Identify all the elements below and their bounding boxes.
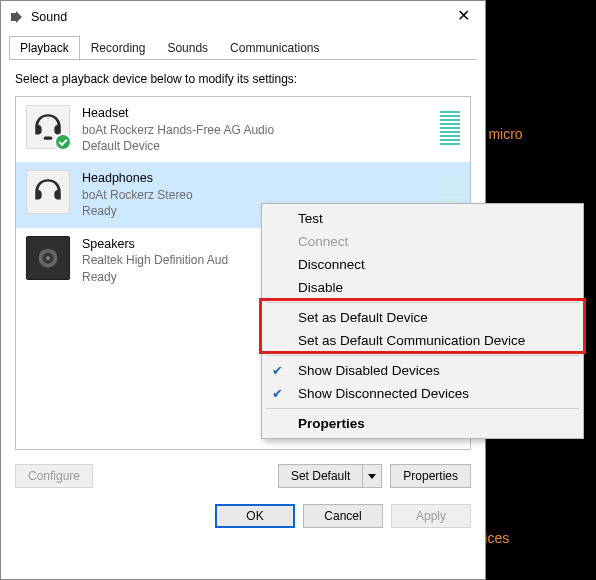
menu-set-default-device[interactable]: Set as Default Device [264, 306, 581, 329]
device-status: Default Device [82, 138, 440, 154]
sound-icon [9, 9, 25, 25]
menu-disable[interactable]: Disable [264, 276, 581, 299]
tab-playback[interactable]: Playback [9, 36, 80, 59]
svg-rect-0 [44, 137, 53, 140]
menu-disconnect[interactable]: Disconnect [264, 253, 581, 276]
set-default-dropdown[interactable] [362, 464, 382, 488]
menu-set-default-comm-device[interactable]: Set as Default Communication Device [264, 329, 581, 352]
titlebar: Sound ✕ [1, 1, 485, 33]
dialog-title: Sound [31, 10, 441, 24]
menu-separator [266, 302, 579, 303]
menu-test[interactable]: Test [264, 207, 581, 230]
properties-button[interactable]: Properties [390, 464, 471, 488]
device-context-menu: Test Connect Disconnect Disable Set as D… [261, 203, 584, 439]
level-meter [440, 107, 460, 145]
configure-button[interactable]: Configure [15, 464, 93, 488]
check-icon: ✔ [272, 363, 283, 378]
set-default-button[interactable]: Set Default [278, 464, 362, 488]
headphones-icon [26, 170, 70, 214]
tab-strip: Playback Recording Sounds Communications [1, 33, 485, 59]
menu-separator [266, 408, 579, 409]
speaker-icon [26, 236, 70, 280]
ok-button[interactable]: OK [215, 504, 295, 528]
device-name: Headset [82, 105, 440, 122]
menu-show-disabled[interactable]: ✔Show Disabled Devices [264, 359, 581, 382]
device-name: Headphones [82, 170, 440, 187]
set-default-split-button[interactable]: Set Default [278, 464, 382, 488]
instruction-text: Select a playback device below to modify… [15, 72, 471, 86]
apply-button[interactable]: Apply [391, 504, 471, 528]
tab-communications[interactable]: Communications [219, 36, 330, 59]
device-desc: boAt Rockerz Hands-Free AG Audio [82, 122, 440, 138]
menu-connect: Connect [264, 230, 581, 253]
tab-recording[interactable]: Recording [80, 36, 157, 59]
menu-separator [266, 355, 579, 356]
check-icon: ✔ [272, 386, 283, 401]
svg-point-3 [46, 256, 50, 260]
menu-show-disconnected[interactable]: ✔Show Disconnected Devices [264, 382, 581, 405]
close-button[interactable]: ✕ [441, 1, 485, 33]
menu-properties[interactable]: Properties [264, 412, 581, 435]
device-desc: boAt Rockerz Stereo [82, 187, 440, 203]
device-item-headset[interactable]: Headset boAt Rockerz Hands-Free AG Audio… [16, 97, 470, 162]
tab-sounds[interactable]: Sounds [156, 36, 219, 59]
default-check-icon [54, 133, 72, 151]
headset-icon [26, 105, 70, 149]
cancel-button[interactable]: Cancel [303, 504, 383, 528]
